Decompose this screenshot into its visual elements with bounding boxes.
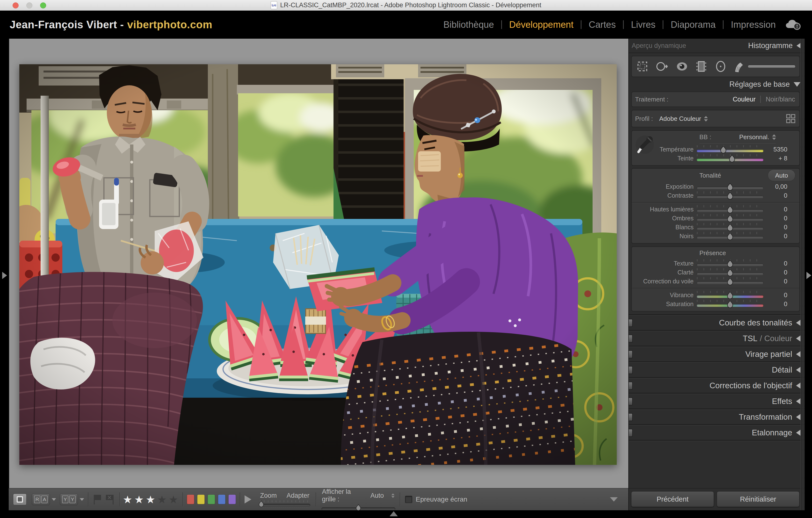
close-window-button[interactable]: [12, 2, 19, 8]
module-impression[interactable]: Impression: [731, 20, 776, 30]
rating-star-1[interactable]: ★: [123, 493, 134, 506]
slider-value[interactable]: 0: [764, 292, 800, 299]
collapse-arrow-icon[interactable]: [796, 383, 801, 389]
treatment-bw-option[interactable]: Noir/blanc: [765, 96, 795, 103]
module-livres[interactable]: Livres: [631, 20, 656, 30]
adjustment-brush-icon[interactable]: [733, 60, 745, 73]
slider-track-saturation[interactable]: [696, 300, 764, 308]
slider-track-blancs[interactable]: [696, 223, 764, 232]
slider-thumb[interactable]: [727, 206, 733, 213]
slider-value[interactable]: 0: [764, 206, 800, 213]
slider-track-temperature[interactable]: [696, 145, 764, 154]
slider-value[interactable]: 0: [764, 278, 800, 285]
slider-track-teinte[interactable]: [696, 154, 764, 163]
profile-browser-grid-icon[interactable]: [786, 114, 795, 123]
collapse-arrow-icon[interactable]: [796, 430, 801, 436]
treatment-color-option[interactable]: Couleur: [733, 96, 756, 103]
slider-thumb[interactable]: [727, 260, 733, 268]
slider-value[interactable]: 0,00: [764, 183, 800, 190]
sync-status[interactable]: [785, 18, 801, 31]
grid-size-slider[interactable]: [321, 504, 395, 511]
panel-toggle-switch[interactable]: [629, 429, 633, 437]
panel-courbe-des-tonalites[interactable]: Courbe des tonalités: [629, 315, 805, 330]
color-label-chip[interactable]: [208, 494, 215, 504]
panel-toggle-switch[interactable]: [629, 366, 633, 374]
slider-track-correction-du-voile[interactable]: [696, 277, 764, 286]
panel-detail[interactable]: Détail: [629, 363, 805, 377]
slider-thumb[interactable]: [727, 269, 733, 276]
panel-toggle-switch[interactable]: [629, 397, 633, 405]
slider-value[interactable]: 0: [764, 260, 800, 267]
panel-toggle-switch[interactable]: [629, 335, 633, 343]
identity-site[interactable]: vibertphoto.com: [127, 19, 212, 30]
module-cartes[interactable]: Cartes: [589, 20, 616, 30]
survey-caret-icon[interactable]: [80, 498, 84, 501]
slider-thumb[interactable]: [727, 278, 733, 285]
reject-flag-icon[interactable]: [105, 494, 115, 505]
slider-thumb[interactable]: [727, 215, 733, 222]
pick-flag-icon[interactable]: [93, 494, 103, 505]
panel-toggle-switch[interactable]: [629, 413, 633, 421]
slider-value[interactable]: 0: [764, 215, 800, 222]
panel-transformation[interactable]: Transformation: [629, 410, 805, 424]
collapse-arrow-icon[interactable]: [796, 414, 801, 420]
slider-thumb[interactable]: [727, 192, 733, 200]
zoom-slider-thumb[interactable]: [259, 500, 264, 507]
graduated-filter-icon[interactable]: [695, 60, 708, 73]
histogram-header[interactable]: Aperçu dynamique Histogramme: [629, 39, 805, 53]
smart-preview-label[interactable]: Aperçu dynamique: [632, 42, 686, 50]
basic-panel-title[interactable]: Réglages de base: [729, 80, 790, 89]
rating-star-2[interactable]: ★: [134, 493, 145, 506]
red-eye-icon[interactable]: [675, 60, 689, 73]
zoom-window-button[interactable]: [40, 2, 46, 8]
color-label-chip[interactable]: [187, 494, 194, 504]
panel-effets[interactable]: Effets: [629, 394, 805, 408]
module-developpement[interactable]: Développement: [509, 20, 574, 30]
rating-star-4[interactable]: ★: [157, 493, 169, 506]
compare-caret-icon[interactable]: [52, 498, 56, 501]
slider-value[interactable]: 0: [764, 192, 800, 199]
radial-filter-icon[interactable]: [714, 60, 727, 73]
slider-track-noirs[interactable]: [696, 232, 764, 241]
right-panel-reveal-arrow[interactable]: [807, 272, 811, 279]
slider-value[interactable]: 0: [764, 223, 800, 231]
profile-updown-icon[interactable]: [704, 116, 708, 122]
panel-virage-partiel[interactable]: Virage partiel: [629, 347, 805, 361]
panel-toggle-switch[interactable]: [629, 350, 633, 358]
color-label-chip[interactable]: [228, 494, 236, 504]
wb-updown-icon[interactable]: [772, 134, 776, 140]
zoom-slider[interactable]: [259, 500, 310, 507]
slider-track-vibrance[interactable]: [696, 291, 764, 300]
soft-proof-label[interactable]: Epreuvage écran: [416, 495, 467, 503]
slider-thumb[interactable]: [729, 155, 735, 162]
rating-star-3[interactable]: ★: [146, 493, 157, 506]
loupe-view-button[interactable]: [13, 494, 27, 505]
white-balance-value[interactable]: Personnal.: [739, 133, 769, 141]
panel-toggle-switch[interactable]: [629, 319, 633, 327]
left-panel-reveal-arrow[interactable]: [2, 272, 7, 279]
panel-etalonnage[interactable]: Etalonnage: [629, 425, 805, 440]
color-label-chip[interactable]: [218, 494, 226, 504]
slider-track-ombres[interactable]: [696, 214, 764, 223]
toolbar-options-dropdown[interactable]: [610, 497, 618, 501]
expand-arrow-icon[interactable]: [794, 82, 801, 87]
slider-thumb[interactable]: [727, 233, 733, 240]
spot-removal-icon[interactable]: [655, 60, 669, 73]
slider-value[interactable]: 5350: [764, 146, 800, 153]
slider-thumb[interactable]: [720, 146, 726, 153]
rating-star-5[interactable]: ★: [169, 493, 180, 506]
collapse-arrow-icon[interactable]: [796, 398, 801, 404]
slider-value[interactable]: 0: [764, 300, 800, 308]
collapse-arrow-icon[interactable]: [796, 351, 801, 357]
star-rating[interactable]: ★★★★★: [123, 493, 180, 506]
panel-corrections-de-l-objectif[interactable]: Corrections de l'objectif: [629, 378, 805, 393]
photo-watermelon-train[interactable]: [19, 64, 617, 465]
auto-tone-button[interactable]: Auto: [768, 170, 795, 181]
slider-thumb[interactable]: [727, 223, 733, 231]
slider-value[interactable]: + 8: [764, 155, 800, 162]
soft-proof-checkbox[interactable]: [405, 496, 412, 503]
slider-track-exposition[interactable]: [696, 182, 764, 191]
color-label-chip[interactable]: [197, 494, 205, 504]
slider-track-contraste[interactable]: [696, 191, 764, 200]
slideshow-play-button[interactable]: [244, 495, 251, 504]
